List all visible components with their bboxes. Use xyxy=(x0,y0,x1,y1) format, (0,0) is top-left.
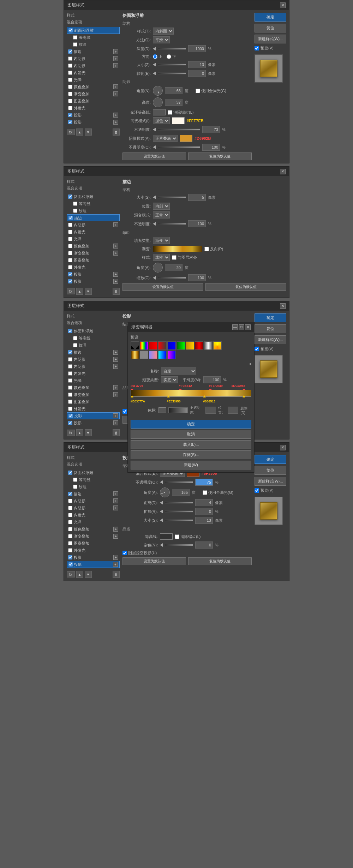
texture-item-3[interactable]: 纹理 xyxy=(72,342,120,349)
preset-4[interactable] xyxy=(158,341,167,350)
satin-cb-2[interactable] xyxy=(68,237,72,241)
reset-default-btn-2[interactable]: 复位为默认值 xyxy=(205,283,286,291)
style-item-contour[interactable]: 等高线 xyxy=(72,34,120,41)
set-default-btn-1[interactable]: 设置为默认值 xyxy=(122,152,186,160)
ds-layer-shadow-option-4[interactable]: 图层控空投影(U) xyxy=(122,550,157,556)
drop-shadow1-checkbox[interactable] xyxy=(68,113,72,117)
gloss-contour-preview[interactable] xyxy=(153,109,166,115)
drop-shadow2-item-4-active[interactable]: 投影 + xyxy=(67,561,120,568)
ds2-cb-3[interactable] xyxy=(68,421,72,425)
gradient-cancel-btn[interactable]: 取消 xyxy=(131,430,251,439)
preset-9[interactable] xyxy=(204,341,213,350)
grad-ov-item-3[interactable]: 渐变叠加 + xyxy=(67,391,120,398)
stroke-cb-2[interactable] xyxy=(68,216,73,220)
align-layers-option[interactable]: 与图层对齐 xyxy=(172,255,197,260)
og-cb-2[interactable] xyxy=(68,265,72,269)
shadow-mode-select[interactable]: 正片叠底 xyxy=(153,135,178,142)
fx-trash-btn[interactable]: 🗑 xyxy=(113,128,120,136)
stroke-gradient-swatch[interactable] xyxy=(153,246,202,252)
style-item-bevel[interactable]: 斜面和浮雕 xyxy=(67,27,120,34)
ds-distance-input-4[interactable] xyxy=(195,499,213,506)
ds1-cb-4[interactable] xyxy=(68,555,72,559)
stroke-style-select[interactable]: 线性 xyxy=(153,254,170,261)
pattern-ov-item-3[interactable]: 图案叠加 xyxy=(67,398,120,405)
stroke-cb-4[interactable] xyxy=(68,492,72,496)
new-style-btn-1[interactable]: 新建样式(W)... xyxy=(255,35,286,43)
shadow-color-swatch[interactable] xyxy=(180,135,192,142)
gradient-overlay-add-btn[interactable]: + xyxy=(113,91,118,96)
reverse-option[interactable]: 反向(R) xyxy=(204,246,223,252)
altitude-input[interactable] xyxy=(165,99,183,106)
inner-shadow-checkbox[interactable] xyxy=(68,56,72,61)
ig-cb-2[interactable] xyxy=(68,230,72,234)
ds-distance-slider-4[interactable] xyxy=(165,502,193,504)
reset-btn-1[interactable]: 复位 xyxy=(255,24,286,32)
ok-btn-1[interactable]: 确定 xyxy=(255,13,286,22)
ds-opacity-input-4[interactable] xyxy=(195,479,213,486)
is-cb-2[interactable] xyxy=(68,223,72,227)
fx-up-btn-2[interactable]: ▲ xyxy=(76,288,83,295)
style-item-inner-glow[interactable]: 内发光 xyxy=(67,69,120,76)
anti-alias-option[interactable]: 消除锯齿(L) xyxy=(168,110,193,115)
po-cb-4[interactable] xyxy=(68,541,72,545)
gradient-new-btn[interactable]: 新建(W) xyxy=(131,461,251,469)
fx-trash-btn-3[interactable]: 🗑 xyxy=(113,429,120,436)
drop-shadow1-item-4[interactable]: 投影 + xyxy=(67,554,120,561)
co-cb-4[interactable] xyxy=(68,527,72,531)
stroke-size-slider[interactable] xyxy=(158,196,186,198)
style-item-pattern-overlay[interactable]: 图案叠加 xyxy=(67,97,120,104)
reverse-checkbox[interactable] xyxy=(204,247,209,251)
size-slider-track[interactable] xyxy=(158,64,186,66)
stroke-blend-select[interactable]: 正常 xyxy=(153,211,170,219)
contour-item-4[interactable]: 等高线 xyxy=(72,476,120,483)
inner-shadow2-item-4[interactable]: 内阴影 + xyxy=(67,504,120,511)
po-cb-2[interactable] xyxy=(68,258,72,262)
texture-checkbox[interactable] xyxy=(73,42,77,47)
highlight-opacity-slider[interactable] xyxy=(158,128,200,131)
stroke-position-select[interactable]: 内部 xyxy=(153,203,170,210)
close-button-3[interactable]: ✕ xyxy=(280,303,286,309)
fx-up-btn-3[interactable]: ▲ xyxy=(76,429,83,436)
inner-shadow-item-3[interactable]: 内阴影 + xyxy=(67,356,120,363)
inner-glow-checkbox[interactable] xyxy=(68,71,72,75)
contour-item-2[interactable]: 等高线 xyxy=(72,200,120,207)
drop-shadow2-item-2[interactable]: 投影 + xyxy=(67,278,120,285)
reset-btn-4[interactable]: 复位 xyxy=(255,466,286,475)
angle-wheel[interactable] xyxy=(153,86,163,96)
stroke-opacity-input[interactable] xyxy=(188,220,206,227)
preset-5[interactable] xyxy=(167,341,176,350)
gradient-editor-minimize[interactable]: — xyxy=(232,324,238,330)
preset-gold[interactable] xyxy=(131,351,139,359)
depth-slider-track[interactable] xyxy=(158,48,186,50)
satin-item-3[interactable]: 光泽 xyxy=(67,377,120,384)
color-overlay-checkbox[interactable] xyxy=(68,85,72,89)
drop-shadow2-item-3[interactable]: 投影 + xyxy=(67,419,120,426)
inner-glow-item-3[interactable]: 内发光 xyxy=(67,370,120,377)
contour-checkbox[interactable] xyxy=(73,35,77,40)
stroke-cb-3[interactable] xyxy=(68,350,72,354)
drop-shadow2-checkbox[interactable] xyxy=(68,120,72,124)
ig-cb-3[interactable] xyxy=(68,371,72,376)
ds-contour-preview-4[interactable] xyxy=(160,533,173,540)
altitude-wheel[interactable] xyxy=(153,97,163,107)
pattern-ov-item-4[interactable]: 图案叠加 xyxy=(67,540,120,547)
ds2-cb-2[interactable] xyxy=(68,279,72,283)
drop-shadow2-add-btn[interactable]: + xyxy=(113,120,118,125)
size-input[interactable] xyxy=(188,61,206,68)
new-style-btn-4[interactable]: 新建样式(W)... xyxy=(255,477,286,486)
outer-glow-item-4[interactable]: 外发光 xyxy=(67,547,120,554)
stroke-item-2-active[interactable]: 描边 xyxy=(67,214,120,221)
smoothness-input[interactable] xyxy=(203,376,221,383)
drop-shadow1-item-3[interactable]: 投影 + xyxy=(67,412,120,419)
align-layers-checkbox[interactable] xyxy=(172,255,176,260)
preset-10[interactable] xyxy=(213,341,222,350)
close-button-2[interactable]: ✕ xyxy=(280,169,286,174)
bevel-style-select[interactable]: 内斜面 xyxy=(153,28,174,35)
direction-up-option[interactable]: 上 xyxy=(153,54,162,59)
preset-8[interactable] xyxy=(195,341,203,350)
ok-btn-4[interactable]: 确定 xyxy=(255,455,286,464)
bevel-item-4[interactable]: 斜面和浮雕 xyxy=(67,469,120,476)
stroke-scale-input[interactable] xyxy=(188,274,206,281)
stroke-angle-input[interactable] xyxy=(165,264,183,271)
preset-1[interactable] xyxy=(131,341,139,350)
